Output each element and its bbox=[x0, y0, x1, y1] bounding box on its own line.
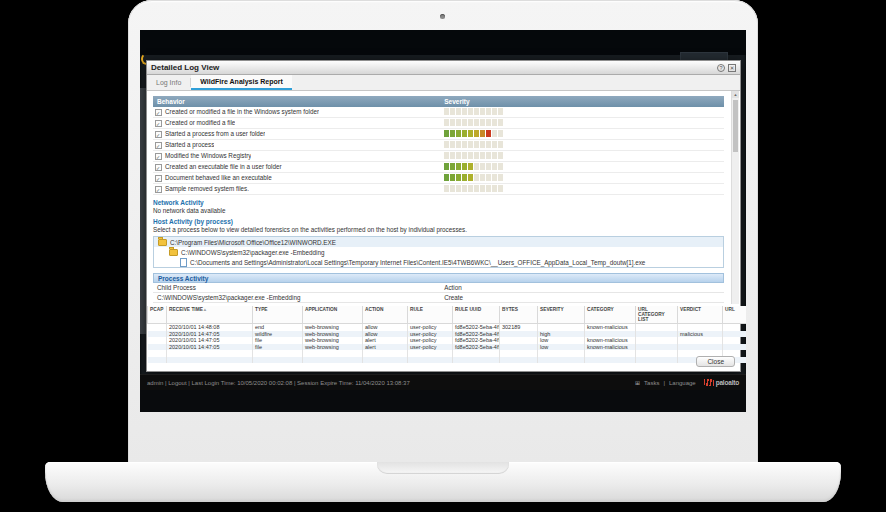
close-button[interactable]: Close bbox=[696, 356, 735, 367]
behavior-rows: Created or modified a file in the Window… bbox=[153, 107, 724, 195]
log-cell bbox=[148, 357, 167, 364]
severity-segment bbox=[468, 185, 473, 192]
language-link[interactable]: Language bbox=[669, 380, 696, 386]
severity-segment bbox=[498, 163, 503, 170]
severity-segment bbox=[480, 108, 485, 115]
severity-segment bbox=[462, 163, 467, 170]
child-process-label: Child Process bbox=[157, 284, 196, 291]
severity-column-header: Severity bbox=[444, 96, 469, 107]
severity-segment bbox=[468, 163, 473, 170]
log-column-header[interactable]: TYPE bbox=[253, 306, 303, 324]
process-activity-row[interactable]: C:\WINDOWS\system32\packager.exe -Embedd… bbox=[153, 293, 724, 303]
severity-segment bbox=[444, 119, 449, 126]
severity-segment bbox=[462, 174, 467, 181]
log-cell bbox=[636, 357, 678, 364]
tab-log-info[interactable]: Log Info bbox=[147, 75, 190, 90]
log-cell bbox=[253, 357, 303, 364]
behavior-row[interactable]: Created or modified a file bbox=[153, 118, 724, 129]
behavior-row[interactable]: Created an executable file in a user fol… bbox=[153, 162, 724, 173]
behavior-row[interactable]: Document behaved like an executable bbox=[153, 173, 724, 184]
log-row[interactable] bbox=[148, 357, 747, 364]
severity-segment bbox=[492, 152, 497, 159]
log-column-header[interactable]: URL bbox=[723, 306, 747, 324]
severity-segment bbox=[468, 152, 473, 159]
process-activity-section: Process Activity Child Process Action C:… bbox=[153, 273, 724, 303]
scroll-up-icon[interactable]: ▲ bbox=[732, 91, 739, 98]
behavior-row[interactable]: Created or modified a file in the Window… bbox=[153, 107, 724, 118]
severity-segment bbox=[498, 174, 503, 181]
log-cell bbox=[408, 357, 453, 364]
behavior-checkbox[interactable] bbox=[155, 186, 162, 193]
behavior-label: Modified the Windows Registry bbox=[153, 151, 251, 161]
sort-arrow-icon: ▵ bbox=[204, 307, 206, 312]
behavior-checkbox[interactable] bbox=[155, 153, 162, 160]
severity-segment bbox=[486, 141, 491, 148]
process-tree-item[interactable]: C:\Program Files\Microsoft Office\Office… bbox=[154, 237, 723, 247]
behavior-table-header: Behavior Severity bbox=[153, 96, 724, 107]
severity-segment bbox=[486, 163, 491, 170]
log-column-header[interactable]: URL CATEGORY LIST bbox=[636, 306, 678, 324]
behavior-checkbox[interactable] bbox=[155, 142, 162, 149]
process-tree-item[interactable]: C:\WINDOWS\system32\packager.exe -Embedd… bbox=[154, 247, 723, 257]
severity-segment bbox=[474, 130, 479, 137]
behavior-row[interactable]: Started a process bbox=[153, 140, 724, 151]
severity-segment bbox=[462, 152, 467, 159]
log-column-header[interactable]: CATEGORY bbox=[585, 306, 636, 324]
behavior-checkbox[interactable] bbox=[155, 131, 162, 138]
behavior-checkbox[interactable] bbox=[155, 120, 162, 127]
scrollbar-thumb[interactable] bbox=[733, 100, 738, 152]
laptop-screen: Detailed Log View ? ✕ Log Info WildFire … bbox=[140, 30, 746, 412]
help-icon[interactable]: ? bbox=[717, 64, 725, 72]
behavior-checkbox[interactable] bbox=[155, 164, 162, 171]
behavior-label: Sample removed system files. bbox=[153, 184, 249, 194]
tasks-link[interactable]: Tasks bbox=[644, 380, 659, 386]
log-table-header-row: PCAPRECEIVE TIME▵TYPEAPPLICATIONACTIONRU… bbox=[148, 306, 747, 324]
log-cell bbox=[303, 357, 363, 364]
severity-segment bbox=[474, 141, 479, 148]
log-column-header[interactable]: RECEIVE TIME▵ bbox=[167, 306, 253, 324]
behavior-checkbox[interactable] bbox=[155, 109, 162, 116]
severity-segment bbox=[462, 108, 467, 115]
app-status-bar: admin | Logout | Last Login Time: 10/05/… bbox=[140, 374, 746, 390]
laptop-base bbox=[45, 462, 841, 502]
behavior-label: Started a process bbox=[153, 140, 214, 150]
log-column-header[interactable]: VERDICT bbox=[678, 306, 723, 324]
process-activity-header: Process Activity bbox=[153, 273, 724, 283]
log-cell: user-policy bbox=[408, 324, 453, 331]
log-cell: known-malicious bbox=[585, 324, 636, 331]
severity-bar bbox=[444, 163, 503, 170]
log-cell: fd8e5202-5eba-4f9... bbox=[453, 324, 500, 331]
behavior-row[interactable]: Started a process from a user folder bbox=[153, 129, 724, 140]
log-column-header[interactable]: RULE UUID bbox=[453, 306, 500, 324]
severity-segment bbox=[462, 185, 467, 192]
severity-segment bbox=[486, 108, 491, 115]
laptop-hinge-notch bbox=[377, 462, 509, 474]
folder-icon bbox=[169, 249, 178, 256]
paloalto-logo-text: paloalto bbox=[716, 379, 739, 386]
report-scrollbar[interactable]: ▲ bbox=[731, 91, 739, 304]
log-column-header[interactable]: SEVERITY bbox=[538, 306, 585, 324]
log-column-header[interactable]: APPLICATION bbox=[303, 306, 363, 324]
process-tree-item[interactable]: C:\Documents and Settings\Administrator\… bbox=[154, 257, 723, 267]
behavior-row[interactable]: Sample removed system files. bbox=[153, 184, 724, 195]
log-column-header[interactable]: BYTES bbox=[500, 306, 538, 324]
behavior-row[interactable]: Modified the Windows Registry bbox=[153, 151, 724, 162]
status-bar-right: ⊞ Tasks | Language paloalto bbox=[635, 379, 739, 386]
screen-bottom-dimmed bbox=[140, 390, 746, 412]
severity-segment bbox=[456, 119, 461, 126]
severity-bar bbox=[444, 108, 503, 115]
severity-segment bbox=[444, 130, 449, 137]
log-column-header[interactable]: RULE bbox=[408, 306, 453, 324]
log-column-header[interactable]: PCAP bbox=[148, 306, 167, 324]
severity-segment bbox=[492, 174, 497, 181]
paloalto-logo: paloalto bbox=[704, 379, 739, 386]
severity-segment bbox=[456, 152, 461, 159]
behavior-checkbox[interactable] bbox=[155, 175, 162, 182]
process-tree: C:\Program Files\Microsoft Office\Office… bbox=[153, 236, 724, 268]
process-path: C:\WINDOWS\system32\packager.exe -Embedd… bbox=[181, 249, 324, 256]
close-icon[interactable]: ✕ bbox=[728, 64, 736, 72]
tab-wildfire-analysis-report[interactable]: WildFire Analysis Report bbox=[191, 75, 292, 90]
dialog-titlebar: Detailed Log View ? ✕ bbox=[147, 61, 740, 75]
log-column-header[interactable]: ACTION bbox=[363, 306, 408, 324]
log-row[interactable]: 2020/10/01 14:48:08endweb-browsingallowu… bbox=[148, 324, 747, 331]
